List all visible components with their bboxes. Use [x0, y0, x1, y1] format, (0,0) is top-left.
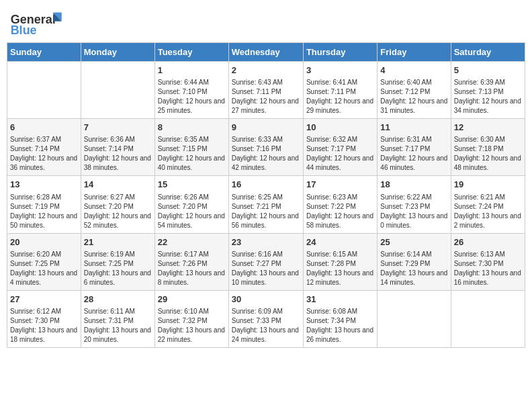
day-cell: 1Sunrise: 6:44 AM Sunset: 7:10 PM Daylig…	[154, 62, 228, 119]
day-cell: 23Sunrise: 6:16 AM Sunset: 7:27 PM Dayli…	[228, 233, 303, 290]
day-number: 1	[158, 64, 226, 77]
day-number: 7	[84, 122, 152, 134]
day-info: Sunrise: 6:33 AM Sunset: 7:16 PM Dayligh…	[232, 135, 300, 173]
logo: General Blue	[9, 7, 70, 37]
day-number: 13	[10, 179, 78, 191]
day-cell: 19Sunrise: 6:21 AM Sunset: 7:24 PM Dayli…	[451, 176, 525, 233]
day-cell: 21Sunrise: 6:19 AM Sunset: 7:25 PM Dayli…	[81, 233, 154, 290]
header-cell-saturday: Saturday	[451, 43, 525, 62]
day-cell	[378, 290, 451, 347]
day-cell: 16Sunrise: 6:25 AM Sunset: 7:21 PM Dayli…	[228, 176, 303, 233]
day-cell: 6Sunrise: 6:37 AM Sunset: 7:14 PM Daylig…	[7, 119, 81, 176]
day-number: 14	[84, 179, 152, 191]
day-number: 17	[306, 179, 374, 191]
header-row: SundayMondayTuesdayWednesdayThursdayFrid…	[7, 43, 525, 62]
day-number: 18	[380, 179, 447, 191]
day-info: Sunrise: 6:27 AM Sunset: 7:20 PM Dayligh…	[84, 193, 152, 230]
day-info: Sunrise: 6:16 AM Sunset: 7:27 PM Dayligh…	[232, 250, 300, 287]
day-cell: 30Sunrise: 6:09 AM Sunset: 7:33 PM Dayli…	[228, 290, 303, 347]
day-info: Sunrise: 6:21 AM Sunset: 7:24 PM Dayligh…	[454, 193, 522, 230]
svg-text:Blue: Blue	[11, 24, 37, 37]
day-info: Sunrise: 6:11 AM Sunset: 7:31 PM Dayligh…	[84, 307, 152, 345]
day-cell: 29Sunrise: 6:10 AM Sunset: 7:32 PM Dayli…	[154, 290, 228, 347]
day-cell: 5Sunrise: 6:39 AM Sunset: 7:13 PM Daylig…	[451, 62, 525, 119]
day-cell: 11Sunrise: 6:31 AM Sunset: 7:17 PM Dayli…	[378, 119, 451, 176]
day-info: Sunrise: 6:25 AM Sunset: 7:21 PM Dayligh…	[232, 193, 300, 230]
header-cell-tuesday: Tuesday	[154, 43, 228, 62]
day-cell: 4Sunrise: 6:40 AM Sunset: 7:12 PM Daylig…	[378, 62, 451, 119]
day-info: Sunrise: 6:09 AM Sunset: 7:33 PM Dayligh…	[232, 307, 300, 345]
day-cell: 14Sunrise: 6:27 AM Sunset: 7:20 PM Dayli…	[81, 176, 154, 233]
day-info: Sunrise: 6:17 AM Sunset: 7:26 PM Dayligh…	[158, 250, 226, 287]
day-info: Sunrise: 6:12 AM Sunset: 7:30 PM Dayligh…	[10, 307, 78, 345]
day-info: Sunrise: 6:08 AM Sunset: 7:34 PM Dayligh…	[306, 307, 374, 345]
day-number: 9	[232, 122, 300, 134]
day-number: 5	[454, 64, 522, 77]
week-row-5: 27Sunrise: 6:12 AM Sunset: 7:30 PM Dayli…	[7, 290, 525, 347]
day-number: 12	[454, 122, 522, 134]
day-info: Sunrise: 6:44 AM Sunset: 7:10 PM Dayligh…	[158, 78, 226, 116]
calendar-table: SundayMondayTuesdayWednesdayThursdayFrid…	[7, 42, 525, 348]
day-cell: 18Sunrise: 6:22 AM Sunset: 7:23 PM Dayli…	[378, 176, 451, 233]
week-row-1: 1Sunrise: 6:44 AM Sunset: 7:10 PM Daylig…	[7, 62, 525, 119]
day-number: 2	[232, 64, 300, 77]
day-info: Sunrise: 6:28 AM Sunset: 7:19 PM Dayligh…	[10, 193, 78, 230]
day-cell: 3Sunrise: 6:41 AM Sunset: 7:11 PM Daylig…	[303, 62, 377, 119]
day-info: Sunrise: 6:10 AM Sunset: 7:32 PM Dayligh…	[158, 307, 226, 345]
header-cell-thursday: Thursday	[303, 43, 377, 62]
day-info: Sunrise: 6:15 AM Sunset: 7:28 PM Dayligh…	[306, 250, 374, 287]
day-info: Sunrise: 6:35 AM Sunset: 7:15 PM Dayligh…	[158, 135, 226, 173]
calendar-header: SundayMondayTuesdayWednesdayThursdayFrid…	[7, 43, 525, 62]
day-info: Sunrise: 6:23 AM Sunset: 7:22 PM Dayligh…	[306, 193, 374, 230]
day-info: Sunrise: 6:43 AM Sunset: 7:11 PM Dayligh…	[232, 78, 300, 116]
day-info: Sunrise: 6:32 AM Sunset: 7:17 PM Dayligh…	[306, 135, 374, 173]
day-info: Sunrise: 6:36 AM Sunset: 7:14 PM Dayligh…	[84, 135, 152, 173]
day-number: 27	[10, 293, 78, 306]
day-cell: 24Sunrise: 6:15 AM Sunset: 7:28 PM Dayli…	[303, 233, 377, 290]
day-number: 10	[306, 122, 374, 134]
day-cell: 10Sunrise: 6:32 AM Sunset: 7:17 PM Dayli…	[303, 119, 377, 176]
day-cell: 26Sunrise: 6:13 AM Sunset: 7:30 PM Dayli…	[451, 233, 525, 290]
day-number: 30	[232, 293, 300, 306]
day-number: 8	[158, 122, 226, 134]
calendar-body: 1Sunrise: 6:44 AM Sunset: 7:10 PM Daylig…	[7, 62, 525, 348]
day-info: Sunrise: 6:14 AM Sunset: 7:29 PM Dayligh…	[380, 250, 447, 287]
day-cell	[451, 290, 525, 347]
day-cell	[7, 62, 81, 119]
day-number: 20	[10, 236, 78, 248]
week-row-3: 13Sunrise: 6:28 AM Sunset: 7:19 PM Dayli…	[7, 176, 525, 233]
day-cell: 8Sunrise: 6:35 AM Sunset: 7:15 PM Daylig…	[154, 119, 228, 176]
week-row-4: 20Sunrise: 6:20 AM Sunset: 7:25 PM Dayli…	[7, 233, 525, 290]
day-number: 6	[10, 122, 78, 134]
day-number: 31	[306, 293, 374, 306]
day-info: Sunrise: 6:19 AM Sunset: 7:25 PM Dayligh…	[84, 250, 152, 287]
day-cell: 17Sunrise: 6:23 AM Sunset: 7:22 PM Dayli…	[303, 176, 377, 233]
day-number: 23	[232, 236, 300, 248]
day-info: Sunrise: 6:20 AM Sunset: 7:25 PM Dayligh…	[10, 250, 78, 287]
day-cell: 27Sunrise: 6:12 AM Sunset: 7:30 PM Dayli…	[7, 290, 81, 347]
day-number: 16	[232, 179, 300, 191]
logo-svg: General Blue	[9, 7, 70, 37]
day-cell: 13Sunrise: 6:28 AM Sunset: 7:19 PM Dayli…	[7, 176, 81, 233]
day-number: 22	[158, 236, 226, 248]
day-cell: 28Sunrise: 6:11 AM Sunset: 7:31 PM Dayli…	[81, 290, 154, 347]
week-row-2: 6Sunrise: 6:37 AM Sunset: 7:14 PM Daylig…	[7, 119, 525, 176]
header-cell-friday: Friday	[378, 43, 451, 62]
day-cell: 2Sunrise: 6:43 AM Sunset: 7:11 PM Daylig…	[228, 62, 303, 119]
header: General Blue	[7, 7, 525, 37]
day-number: 24	[306, 236, 374, 248]
day-info: Sunrise: 6:30 AM Sunset: 7:18 PM Dayligh…	[454, 135, 522, 173]
day-cell: 22Sunrise: 6:17 AM Sunset: 7:26 PM Dayli…	[154, 233, 228, 290]
day-cell: 12Sunrise: 6:30 AM Sunset: 7:18 PM Dayli…	[451, 119, 525, 176]
day-cell: 31Sunrise: 6:08 AM Sunset: 7:34 PM Dayli…	[303, 290, 377, 347]
day-number: 4	[380, 64, 447, 77]
day-number: 26	[454, 236, 522, 248]
day-info: Sunrise: 6:26 AM Sunset: 7:20 PM Dayligh…	[158, 193, 226, 230]
day-number: 3	[306, 64, 374, 77]
day-number: 25	[380, 236, 447, 248]
day-number: 19	[454, 179, 522, 191]
day-info: Sunrise: 6:41 AM Sunset: 7:11 PM Dayligh…	[306, 78, 374, 116]
day-cell: 15Sunrise: 6:26 AM Sunset: 7:20 PM Dayli…	[154, 176, 228, 233]
day-info: Sunrise: 6:40 AM Sunset: 7:12 PM Dayligh…	[380, 78, 447, 116]
day-number: 29	[158, 293, 226, 306]
